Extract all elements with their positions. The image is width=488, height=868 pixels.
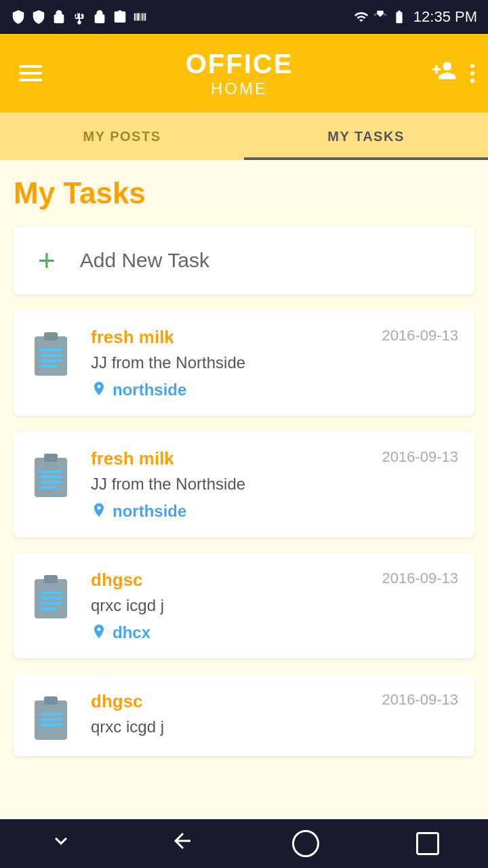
task-location-label-3: dhcx — [113, 623, 150, 642]
clipboard-icon-2 — [30, 451, 72, 500]
app-bar-title: OFFICE — [186, 49, 293, 79]
signal-icon — [373, 9, 388, 24]
task-card-1[interactable]: fresh milk 2016-09-13 JJ from the Norths… — [14, 311, 474, 416]
svg-rect-2 — [39, 349, 63, 351]
add-task-label: Add New Task — [80, 249, 209, 272]
add-person-button[interactable] — [431, 58, 457, 89]
tab-my-posts[interactable]: MY POSTS — [0, 113, 244, 160]
shield-icon-2 — [31, 9, 46, 24]
task-date-4: 2016-09-13 — [382, 691, 458, 709]
nav-chevron-down-button[interactable] — [30, 821, 92, 867]
bottom-nav — [0, 819, 488, 868]
task-title-2: fresh milk — [91, 448, 174, 469]
task-header-3: dhgsc 2016-09-13 — [91, 570, 458, 591]
app-bar-subtitle: HOME — [211, 79, 268, 98]
task-info-4: dhgsc 2016-09-13 qrxc icgd j — [91, 691, 458, 740]
task-title-3: dhgsc — [91, 570, 143, 591]
app-bar: OFFICE HOME — [0, 34, 488, 113]
clipboard-icon-1 — [30, 330, 72, 378]
task-date-3: 2016-09-13 — [382, 570, 458, 587]
hamburger-line-2 — [19, 72, 42, 75]
task-icon-col-3 — [30, 570, 77, 642]
task-title-4: dhgsc — [91, 691, 143, 712]
task-location-2: northside — [91, 502, 458, 521]
notification-icon — [52, 9, 66, 24]
svg-rect-10 — [39, 481, 63, 484]
svg-rect-19 — [44, 696, 58, 705]
hamburger-button[interactable] — [14, 60, 47, 87]
task-header-4: dhgsc 2016-09-13 — [91, 691, 458, 712]
task-date-1: 2016-09-13 — [382, 327, 458, 344]
task-title-1: fresh milk — [91, 327, 174, 348]
plus-icon: + — [38, 245, 56, 275]
location-pin-icon-2 — [91, 502, 107, 521]
task-location-1: northside — [91, 380, 458, 399]
status-time: 12:35 PM — [413, 8, 477, 26]
task-location-label-2: northside — [113, 502, 186, 521]
status-icons-left — [11, 9, 148, 24]
svg-rect-22 — [39, 724, 63, 726]
usb-icon — [72, 9, 87, 24]
more-options-button[interactable] — [470, 64, 474, 83]
task-desc-3: qrxc icgd j — [91, 596, 458, 615]
task-card-3[interactable]: dhgsc 2016-09-13 qrxc icgd j dhcx — [14, 553, 474, 658]
task-location-3: dhcx — [91, 623, 458, 642]
battery-icon — [392, 9, 407, 24]
task-desc-2: JJ from the Northside — [91, 475, 458, 494]
svg-rect-16 — [39, 602, 63, 605]
task-header-2: fresh milk 2016-09-13 — [91, 448, 458, 469]
svg-rect-4 — [39, 359, 63, 362]
svg-rect-1 — [44, 332, 58, 340]
task-info-3: dhgsc 2016-09-13 qrxc icgd j dhcx — [91, 570, 458, 642]
task-info-2: fresh milk 2016-09-13 JJ from the Norths… — [91, 448, 458, 521]
app-bar-title-group: OFFICE HOME — [47, 49, 431, 98]
task-card-2[interactable]: fresh milk 2016-09-13 JJ from the Norths… — [14, 432, 474, 537]
nav-recents-button[interactable] — [397, 824, 458, 863]
svg-rect-3 — [39, 354, 63, 357]
nav-home-circle — [292, 830, 319, 857]
svg-rect-20 — [39, 713, 63, 715]
status-icons-right: 12:35 PM — [354, 8, 477, 26]
task-desc-4: qrxc icgd j — [91, 717, 458, 736]
clipboard-icon-4 — [30, 694, 72, 743]
status-bar: 12:35 PM — [0, 0, 488, 34]
svg-rect-8 — [39, 470, 63, 473]
svg-rect-11 — [39, 486, 58, 489]
location-pin-icon-1 — [91, 380, 107, 399]
task-location-label-1: northside — [113, 380, 186, 399]
wifi-icon — [354, 9, 369, 24]
svg-rect-13 — [44, 575, 58, 583]
svg-rect-17 — [39, 608, 58, 610]
location-pin-icon-3 — [91, 623, 107, 642]
tabs-bar: MY POSTS MY TASKS — [0, 113, 488, 160]
task-card-4[interactable]: dhgsc 2016-09-13 qrxc icgd j — [14, 675, 474, 756]
task-info-1: fresh milk 2016-09-13 JJ from the Norths… — [91, 327, 458, 399]
nav-back-button[interactable] — [151, 821, 214, 867]
task-icon-col-1 — [30, 327, 77, 399]
shield-icon-1 — [11, 9, 26, 24]
barcode-icon — [133, 9, 148, 24]
svg-rect-7 — [44, 454, 58, 462]
hamburger-line-3 — [19, 79, 42, 81]
page-content: My Tasks + Add New Task fresh milk 2016-… — [0, 160, 488, 827]
hamburger-line-1 — [19, 65, 42, 68]
task-date-2: 2016-09-13 — [382, 448, 458, 466]
app-bar-actions — [431, 58, 474, 89]
task-icon-col-2 — [30, 448, 77, 521]
task-icon-col-4 — [30, 691, 77, 740]
svg-rect-9 — [39, 475, 63, 478]
task-desc-1: JJ from the Northside — [91, 353, 458, 372]
tab-my-tasks[interactable]: MY TASKS — [244, 113, 488, 160]
svg-rect-14 — [39, 591, 63, 594]
task-header-1: fresh milk 2016-09-13 — [91, 327, 458, 348]
svg-rect-15 — [39, 597, 63, 599]
svg-rect-21 — [39, 718, 63, 721]
svg-rect-5 — [39, 365, 58, 368]
page-heading: My Tasks — [14, 176, 474, 210]
clipboard-icon-3 — [30, 572, 72, 621]
nav-home-button[interactable] — [273, 822, 338, 865]
add-task-button[interactable]: + Add New Task — [14, 226, 474, 294]
nav-recents-square — [416, 832, 439, 855]
lock-icon — [92, 9, 107, 24]
clipboard-status-icon — [113, 9, 127, 24]
